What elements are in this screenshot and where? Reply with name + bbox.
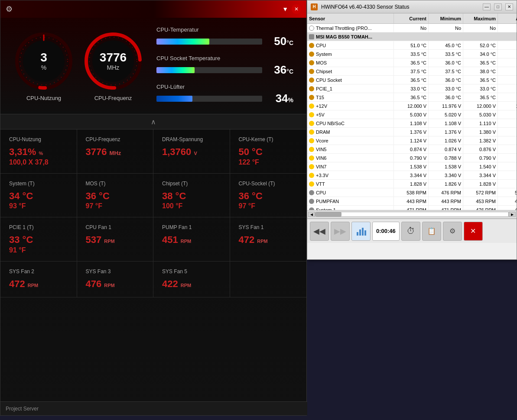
collapse-button[interactable]: ∧	[0, 114, 306, 129]
cpu-freq-value: 3776 MHz	[100, 51, 127, 71]
table-row: CPU 51.0 °C 45.0 °C 52.0 °C 48.8	[307, 41, 517, 50]
hwinfo-toolbar: ◀◀ ▶▶ 0:00:46 ⏱ 📋 ⚙ ✕	[307, 219, 517, 243]
hwinfo-close-toolbar-button[interactable]: ✕	[464, 222, 483, 241]
titlebar-controls: ▼ ✕	[282, 4, 301, 14]
table-row: System 1 471 RPM 471 RPM 476 RPM 473 RF	[307, 206, 517, 210]
graph-button[interactable]	[351, 222, 371, 241]
table-row: PUMPFAN 443 RPM 443 RPM 453 RPM 447 RF	[307, 197, 517, 206]
gear-icon[interactable]: ⚙	[6, 4, 13, 14]
table-row: T15 36.5 °C 36.0 °C 36.5 °C 36.1	[307, 93, 517, 102]
table-row: +5V 5.030 V 5.020 V 5.030 V 5.029	[307, 110, 517, 119]
hwinfo-title: HWiNFO64 v6.40-4330 Sensor Status	[321, 4, 479, 10]
stat-cell-empty	[230, 262, 307, 298]
hwinfo-panel: H HWiNFO64 v6.40-4330 Sensor Status — □ …	[307, 0, 517, 260]
col-current: Current	[394, 13, 429, 23]
scroll-right-button[interactable]: ▶	[509, 212, 516, 217]
stat-cell-chipset-temp: Chipset (T) 38 °C 100 °F	[153, 174, 230, 218]
settings-button[interactable]: ⚙	[443, 222, 462, 241]
svg-rect-11	[362, 228, 364, 236]
dropdown-icon[interactable]: ▼	[282, 6, 288, 13]
table-row: MOS 36.5 °C 36.0 °C 36.5 °C 36.2	[307, 58, 517, 67]
cpu-usage-label: CPU-Nutzung	[26, 95, 61, 101]
cpu-freq-gauge: 3776 MHz CPU-Frequenz	[83, 31, 143, 101]
table-row: VIN6 0.790 V 0.788 V 0.790 V 0.789	[307, 154, 517, 162]
cpu-freq-dial: 3776 MHz	[83, 31, 143, 91]
cpu-socket-temp-bar: CPU Socket Temperature 36°C	[156, 55, 293, 77]
back-back-button[interactable]: ◀◀	[310, 222, 329, 241]
scroll-left-button[interactable]: ◀	[308, 212, 315, 217]
scroll-track[interactable]	[315, 212, 509, 217]
table-row: VIN5 0.874 V 0.874 V 0.876 V 0.875	[307, 145, 517, 154]
cpu-usage-value: 3 %	[40, 51, 47, 71]
stat-cell-pcie-temp: PCIE 1 (T) 33 °C 91 °F	[0, 217, 77, 262]
hwinfo-close-button[interactable]: ✕	[505, 3, 513, 10]
cpu-usage-dial: 3 %	[13, 31, 74, 91]
col-average: Avera‹	[498, 13, 517, 23]
stat-cell-dram-voltage: DRAM-Spannung 1,3760 V	[153, 129, 230, 174]
stat-cell-sys-fan3: SYS Fan 3 476 RPM	[77, 262, 154, 298]
section-header-msi: MSI MAG B550 TOMAH...	[307, 32, 517, 41]
hwinfo-table-header: Sensor Current Minimum Maximum Avera‹	[307, 13, 517, 24]
cpu-temp-bar: CPU-Temperatur 50°C	[156, 26, 293, 48]
hwinfo-titlebar: H HWiNFO64 v6.40-4330 Sensor Status — □ …	[307, 0, 517, 13]
cpu-usage-gauge: 3 % CPU-Nutzung	[13, 31, 74, 101]
table-row: Thermal Throttling (PRO... No No No	[307, 24, 517, 32]
hwinfo-scrollbar[interactable]: ◀ ▶	[307, 210, 517, 219]
stat-cell-cpu-socket-temp: CPU-Sockel (T) 36 °C 97 °F	[230, 174, 307, 218]
table-row: PCIE_1 33.0 °C 33.0 °C 33.0 °C 33.0	[307, 84, 517, 93]
table-row: System 33.5 °C 33.5 °C 34.0 °C 33.8	[307, 50, 517, 58]
table-row: CPU 538 RPM 476 RPM 572 RPM 521 RF	[307, 188, 517, 197]
table-row: CPU Socket 36.5 °C 36.0 °C 36.5 °C 36.3	[307, 76, 517, 84]
hwinfo-minimize-button[interactable]: —	[483, 3, 491, 10]
stat-cell-pump-fan: PUMP Fan 1 451 RPM	[153, 217, 230, 262]
stat-cell-sys-fan2: SYS Fan 2 472 RPM	[0, 262, 77, 298]
table-row: +12V 12.000 V 11.976 V 12.000 V 11.999	[307, 102, 517, 110]
table-row: VIN7 1.538 V 1.538 V 1.540 V 1.539	[307, 162, 517, 171]
close-button[interactable]: ✕	[292, 4, 301, 14]
timer-value: 0:00:46	[376, 228, 396, 234]
table-row: Chipset 37.5 °C 37.5 °C 38.0 °C 37.6	[307, 67, 517, 76]
col-minimum: Minimum	[429, 13, 463, 23]
stat-cell-sys-fan5: SYS Fan 5 422 RPM	[153, 262, 230, 298]
svg-rect-9	[357, 232, 358, 236]
stats-grid: CPU-Nutzung 3,31% % 100,0 X 37,8 CPU-Fre…	[0, 129, 306, 297]
stat-cell-cpu-fan: CPU Fan 1 537 RPM	[77, 217, 154, 262]
stat-cell-mos-temp: MOS (T) 36 °C 97 °F	[77, 174, 154, 218]
taskbar: Project Server	[0, 401, 307, 415]
sensor-name: Thermal Throttling (PRO...	[307, 24, 394, 32]
scroll-thumb[interactable]	[315, 212, 341, 216]
stat-cell-cpu-usage: CPU-Nutzung 3,31% % 100,0 X 37,8	[0, 129, 77, 174]
table-row: CPU NB/SoC 1.108 V 1.108 V 1.110 V 1.108	[307, 119, 517, 128]
table-row: DRAM 1.376 V 1.376 V 1.380 V 1.378	[307, 128, 517, 136]
taskbar-text: Project Server	[6, 406, 39, 412]
cpu-freq-label: CPU-Frequenz	[94, 95, 132, 101]
gauges-area: 3 % CPU-Nutzung 3776 MHz	[0, 18, 306, 114]
stat-cell-cpu-temp: CPU-Kerne (T) 50 °C 122 °F	[230, 129, 307, 174]
bars-area: CPU-Temperatur 50°C CPU Socket Temperatu…	[152, 26, 293, 105]
table-row: +3.3V 3.344 V 3.340 V 3.344 V 3.344	[307, 171, 517, 180]
col-sensor: Sensor	[307, 13, 394, 23]
stat-cell-system-temp: System (T) 34 °C 93 °F	[0, 174, 77, 218]
hwinfo-app-icon: H	[311, 3, 318, 10]
chevron-up-icon: ∧	[151, 118, 156, 126]
timer-icon-button[interactable]: ⏱	[401, 222, 420, 241]
report-button[interactable]: 📋	[422, 222, 441, 241]
svg-rect-12	[364, 230, 366, 236]
hwinfo-maximize-button[interactable]: □	[494, 3, 502, 10]
left-titlebar: ⚙ ▼ ✕	[0, 0, 306, 18]
forward-forward-button[interactable]: ▶▶	[331, 222, 350, 241]
stat-cell-sys-fan1: SYS Fan 1 472 RPM	[230, 217, 307, 262]
table-row: VTT 1.828 V 1.826 V 1.828 V 1.828	[307, 180, 517, 188]
stat-cell-cpu-freq: CPU-Frequenz 3776 MHz	[77, 129, 154, 174]
svg-rect-10	[359, 229, 361, 236]
col-maximum: Maximum	[463, 13, 498, 23]
hwinfo-table-body: Thermal Throttling (PRO... No No No MSI …	[307, 24, 517, 210]
left-panel: ⚙ ▼ ✕	[0, 0, 307, 416]
timer-display: 0:00:46	[372, 222, 400, 241]
table-row: Vcore 1.124 V 1.026 V 1.382 V 1.157	[307, 136, 517, 145]
cpu-fan-bar: CPU-Lüfter 34%	[156, 84, 293, 105]
